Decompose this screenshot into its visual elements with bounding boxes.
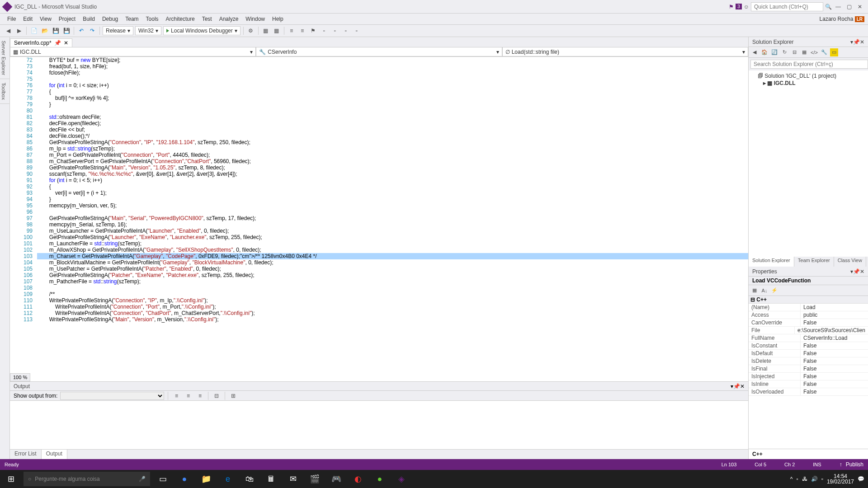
- tb-icon-6[interactable]: ▫: [320, 26, 329, 35]
- code-line[interactable]: GetPrivateProfileStringA("Patcher", "Exe…: [37, 272, 748, 278]
- panel-pin-icon[interactable]: 📌: [733, 383, 740, 389]
- tree-project[interactable]: ▸ ▦ IGC.DLL: [750, 80, 866, 87]
- output-btn-1[interactable]: ≡: [172, 391, 181, 400]
- code-line[interactable]: }: [37, 101, 748, 108]
- menu-project[interactable]: Project: [55, 15, 79, 23]
- code-line[interactable]: fclose(hFile);: [37, 70, 748, 76]
- save-button[interactable]: 💾: [51, 26, 60, 35]
- sln-showall-icon[interactable]: ▦: [800, 48, 808, 56]
- code-line[interactable]: ver[i] = ver[i] + (i + 1);: [37, 190, 748, 196]
- output-btn-2[interactable]: ≡: [184, 391, 193, 400]
- tray-clock[interactable]: 14:54 19/02/2017: [827, 474, 854, 484]
- calc-icon[interactable]: 🖩: [260, 470, 282, 488]
- code-line[interactable]: m_AllowXShop = GetPrivateProfileIntA("Ga…: [37, 247, 748, 253]
- mic-icon[interactable]: 🎤: [139, 476, 146, 482]
- tree-root[interactable]: 🗐 Solution 'IGC_DLL' (1 project): [750, 72, 866, 80]
- props-row[interactable]: CanOverrideFalse: [749, 319, 868, 327]
- panel-close-icon[interactable]: ✕: [740, 383, 745, 389]
- output-btn-4[interactable]: ⊟: [212, 391, 221, 400]
- props-category[interactable]: ⊟ C++: [749, 296, 868, 304]
- save-all-button[interactable]: 💾: [62, 26, 71, 35]
- search-icon[interactable]: 🔍: [825, 4, 832, 10]
- props-az-icon[interactable]: A↓: [760, 286, 769, 295]
- user-name[interactable]: Lazaro Rocha: [820, 16, 854, 22]
- redo-button[interactable]: ↷: [88, 26, 97, 35]
- vs-taskbar-icon[interactable]: ◈: [391, 470, 412, 488]
- props-cat-icon[interactable]: ▦: [750, 286, 759, 295]
- notify-badge[interactable]: 3: [736, 4, 742, 9]
- props-row[interactable]: IsInlineFalse: [749, 380, 868, 388]
- xbox-icon[interactable]: 🎮: [326, 470, 347, 488]
- status-publish[interactable]: Publish: [846, 461, 863, 468]
- tb-icon-5[interactable]: ≡: [298, 26, 307, 35]
- menu-debug[interactable]: Debug: [99, 15, 122, 23]
- code-line[interactable]: GetPrivateProfileStringA("Main", "Serial…: [37, 215, 748, 221]
- code-line[interactable]: for (int i = 0; i < 5; i++): [37, 177, 748, 183]
- code-line[interactable]: WritePrivateProfileStringA("Main", "Vers…: [37, 316, 748, 323]
- tray-lang-icon[interactable]: ▫: [821, 476, 823, 482]
- code-line[interactable]: decFile << buf;: [37, 127, 748, 133]
- store-icon[interactable]: 🛍: [239, 470, 260, 488]
- sln-props-icon[interactable]: 🔧: [820, 48, 828, 56]
- menu-test[interactable]: Test: [198, 15, 216, 23]
- explorer-icon[interactable]: 📁: [195, 470, 217, 488]
- torrent-icon[interactable]: ●: [369, 470, 391, 488]
- props-object-header[interactable]: Load VCCodeFunction: [749, 277, 868, 285]
- sln-search-input[interactable]: [750, 60, 868, 69]
- tb-icon-2[interactable]: ▦: [261, 26, 270, 35]
- tb-icon-9[interactable]: ▫: [352, 26, 361, 35]
- code-line[interactable]: sscanf(szTemp, "%c.%c%c.%c%c", &ver[0], …: [37, 171, 748, 177]
- code-line[interactable]: buf[i] ^= xorKey[i % 4];: [37, 95, 748, 101]
- back-button[interactable]: ◀: [4, 26, 13, 35]
- props-pin-icon[interactable]: 📌: [853, 268, 860, 275]
- code-editor[interactable]: 7273747576777879808182838485868788899091…: [10, 57, 748, 381]
- props-events-icon[interactable]: ⚡: [770, 286, 778, 295]
- props-row[interactable]: IsFinalFalse: [749, 365, 868, 373]
- props-row[interactable]: IsDeleteFalse: [749, 357, 868, 365]
- tb-icon-8[interactable]: ▫: [341, 26, 350, 35]
- task-view-icon[interactable]: ▭: [152, 470, 174, 488]
- close-button[interactable]: ✕: [855, 2, 864, 11]
- props-row[interactable]: (Name)Load: [749, 304, 868, 311]
- open-button[interactable]: 📂: [40, 26, 49, 35]
- code-line[interactable]: m_UsePatcher = GetPrivateProfileIntA("Pa…: [37, 266, 748, 272]
- feedback-icon[interactable]: ☺: [744, 4, 749, 10]
- new-project-button[interactable]: 📄: [29, 26, 38, 35]
- code-line[interactable]: GetPrivateProfileStringA("Main", "Versio…: [37, 164, 748, 171]
- flag-toolbar-icon[interactable]: ⚑: [309, 26, 318, 35]
- code-line[interactable]: decFile.open(filedec);: [37, 120, 748, 127]
- code-line[interactable]: WritePrivateProfileIntA("Connection", "P…: [37, 304, 748, 310]
- props-row[interactable]: Accesspublic: [749, 311, 868, 319]
- menu-tools[interactable]: Tools: [142, 15, 162, 23]
- platform-dropdown[interactable]: Win32▾: [135, 26, 161, 35]
- sln-back-icon[interactable]: ◀: [750, 48, 759, 56]
- forward-button[interactable]: ▶: [14, 26, 24, 35]
- sln-preview-icon[interactable]: ▭: [830, 48, 838, 56]
- nav-class-dropdown[interactable]: 🔧 CServerInfo▾: [256, 47, 502, 56]
- minimize-button[interactable]: —: [834, 2, 843, 11]
- publish-icon[interactable]: ↑: [840, 461, 842, 468]
- nav-scope-dropdown[interactable]: ▦ IGC.DLL▾: [10, 47, 256, 56]
- pin-icon[interactable]: 📌: [54, 40, 61, 46]
- start-button[interactable]: ⊞: [0, 470, 22, 488]
- menu-help[interactable]: Help: [269, 15, 287, 23]
- code-line[interactable]: {: [37, 183, 748, 190]
- maximize-button[interactable]: ▢: [844, 2, 854, 11]
- tb-icon-7[interactable]: ▫: [330, 26, 340, 35]
- undo-button[interactable]: ↶: [77, 26, 86, 35]
- code-line[interactable]: WritePrivateProfileStringA("Connection",…: [37, 297, 748, 304]
- code-line[interactable]: }: [37, 196, 748, 202]
- user-badge[interactable]: LR: [855, 16, 864, 22]
- tray-chevron-icon[interactable]: ^: [790, 476, 793, 482]
- sln-tab-class[interactable]: Class View: [834, 257, 866, 267]
- tray-notify-icon[interactable]: 💬: [858, 476, 864, 482]
- props-close-icon[interactable]: ✕: [860, 268, 864, 275]
- movies-icon[interactable]: 🎬: [304, 470, 326, 488]
- code-line[interactable]: [37, 76, 748, 82]
- sln-pin-icon[interactable]: 📌: [853, 39, 860, 45]
- code-line[interactable]: m_Ip = std::string(szTemp);: [37, 145, 748, 152]
- solution-tree[interactable]: 🗐 Solution 'IGC_DLL' (1 project) ▸ ▦ IGC…: [749, 70, 868, 257]
- menu-edit[interactable]: Edit: [19, 15, 36, 23]
- edge-icon[interactable]: e: [217, 470, 239, 488]
- code-line[interactable]: GetPrivateProfileStringA("Launcher", "Ex…: [37, 234, 748, 240]
